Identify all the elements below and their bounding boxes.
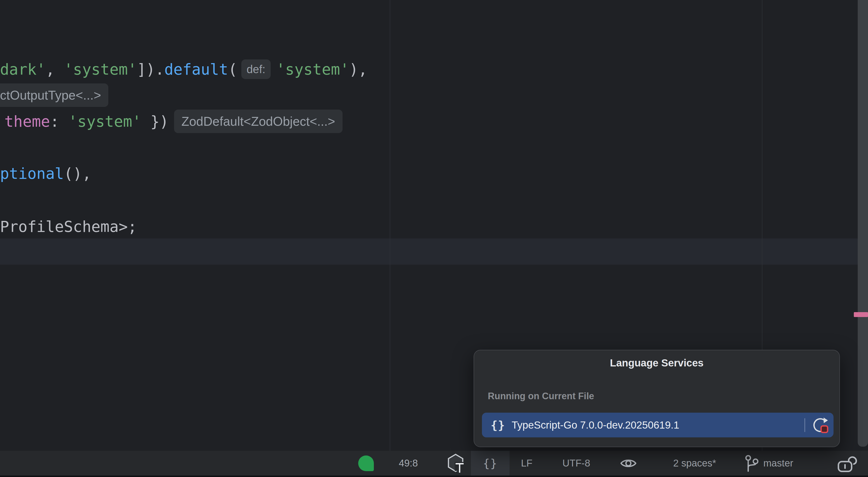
- git-branch-icon: [744, 453, 760, 473]
- error-stripe-marker[interactable]: [854, 312, 868, 317]
- code-line[interactable]: ptional(),: [0, 160, 91, 186]
- ide-window: dark', 'system']).default(def:'system'),…: [0, 0, 868, 477]
- braces-icon: {}: [483, 457, 497, 470]
- code-line[interactable]: theme: 'system' })ZodDefault<ZodObject<.…: [4, 108, 343, 134]
- language-services-widget[interactable]: {}: [471, 451, 509, 476]
- type-hint-chip[interactable]: ctOutputType<...>: [0, 83, 108, 107]
- service-name: TypeScript-Go 7.0.0-dev.20250619.1: [512, 419, 802, 431]
- line-separator-widget[interactable]: LF: [512, 451, 541, 476]
- code-token: ,: [46, 60, 64, 78]
- reader-mode-widget[interactable]: [619, 451, 638, 476]
- file-lock-widget[interactable]: [834, 451, 861, 476]
- code-token: (),: [64, 165, 91, 182]
- braces-icon: {}: [491, 419, 505, 432]
- indent-widget[interactable]: 2 spaces*: [660, 451, 729, 476]
- git-branch-widget[interactable]: master: [744, 451, 818, 476]
- code-line[interactable]: ctOutputType<...>: [0, 82, 108, 108]
- encoding-label: UTF-8: [562, 458, 590, 469]
- code-token: 'system': [68, 113, 141, 130]
- indent-label: 2 spaces*: [673, 458, 716, 469]
- code-token: default: [164, 60, 228, 78]
- caret-position-label: 49:8: [399, 458, 418, 469]
- window-edge: [0, 476, 868, 477]
- restart-and-stop-button[interactable]: [812, 417, 829, 434]
- code-token: 'system': [276, 60, 349, 78]
- editor-scrollbar[interactable]: [858, 0, 868, 447]
- code-token: ]).: [137, 60, 164, 78]
- caret-line-highlight: [0, 239, 868, 265]
- restart-stop-icon: [812, 417, 828, 433]
- hexagon-typescript-icon: [446, 452, 467, 474]
- parameter-hint-chip[interactable]: def:: [241, 59, 271, 79]
- analysis-status-indicator[interactable]: [358, 455, 374, 471]
- code-token: }): [141, 113, 169, 130]
- code-token: :: [50, 113, 68, 130]
- caret-position-widget[interactable]: 49:8: [391, 451, 426, 476]
- code-token: 'system': [64, 60, 137, 78]
- encoding-widget[interactable]: UTF-8: [552, 451, 601, 476]
- divider: [804, 418, 805, 432]
- code-line[interactable]: dark', 'system']).default(def:'system'),: [0, 56, 368, 82]
- eye-icon: [620, 457, 637, 469]
- line-separator-label: LF: [521, 458, 532, 469]
- language-services-popup: Language Services Running on Current Fil…: [474, 350, 840, 447]
- code-token: ),: [349, 60, 368, 78]
- type-hint-chip[interactable]: ZodDefault<ZodObject<...>: [174, 110, 343, 133]
- status-bar: 49:8 {} LF UTF-8 2 spaces*: [0, 451, 868, 476]
- unlocked-icon: [837, 454, 859, 473]
- popup-title: Language Services: [474, 357, 839, 369]
- code-token: ptional: [0, 165, 64, 182]
- popup-section-label: Running on Current File: [488, 391, 594, 401]
- code-token: (: [228, 60, 237, 78]
- code-line[interactable]: ProfileSchema>;: [0, 213, 137, 239]
- git-branch-label: master: [763, 458, 793, 469]
- code-token: ProfileSchema>;: [0, 218, 137, 236]
- code-token: dark': [0, 60, 46, 78]
- typescript-service-widget[interactable]: [443, 451, 470, 476]
- visual-guide-line: [390, 0, 390, 451]
- code-token: theme: [4, 113, 50, 130]
- service-row-typescript-go[interactable]: {} TypeScript-Go 7.0.0-dev.20250619.1: [482, 413, 834, 437]
